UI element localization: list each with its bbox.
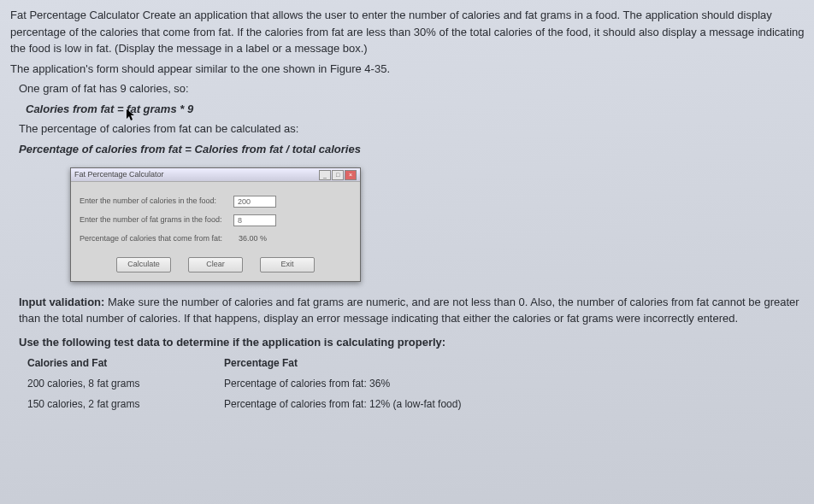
window-titlebar: Fat Percentage Calculator _ □ × bbox=[71, 168, 360, 182]
input-fat-grams[interactable]: 8 bbox=[233, 214, 276, 226]
close-icon[interactable]: × bbox=[345, 170, 357, 180]
input-calories[interactable]: 200 bbox=[233, 196, 276, 208]
output-percentage: 36.00 % bbox=[239, 233, 267, 245]
calculate-button[interactable]: Calculate bbox=[116, 257, 171, 273]
window-body: Enter the number of calories in the food… bbox=[71, 182, 360, 281]
minimize-icon[interactable]: _ bbox=[319, 170, 331, 180]
paragraph-validation: Input validation: Make sure the number o… bbox=[19, 294, 814, 327]
paragraph-figure-ref: The application's form should appear sim… bbox=[10, 61, 814, 78]
label-fat-grams: Enter the number of fat grams in the foo… bbox=[80, 214, 233, 226]
validation-text: Make sure the number of calories and fat… bbox=[19, 296, 799, 325]
maximize-icon[interactable]: □ bbox=[332, 170, 344, 180]
paragraph-percentage-info: The percentage of calories from fat can … bbox=[19, 120, 814, 138]
table-cell: Percentage of calories from fat: 36% bbox=[224, 376, 390, 391]
window-control-buttons: _ □ × bbox=[319, 170, 357, 180]
table-row: 150 calories, 2 fat grams Percentage of … bbox=[27, 396, 814, 412]
window-title: Fat Percentage Calculator bbox=[74, 169, 164, 181]
paragraph-fat-info: One gram of fat has 9 calories, so: bbox=[19, 80, 814, 97]
table-header-calories: Calories and Fat bbox=[27, 355, 224, 371]
table-cell: 200 calories, 8 fat grams bbox=[27, 376, 224, 391]
table-cell: Percentage of calories from fat: 12% (a … bbox=[224, 396, 461, 412]
paragraph-intro: Fat Percentage Calculator Create an appl… bbox=[10, 7, 814, 57]
formula-calories-from-fat: Calories from fat = fat grams * 9 bbox=[26, 101, 814, 118]
clear-button[interactable]: Clear bbox=[188, 257, 243, 273]
table-row: 200 calories, 8 fat grams Percentage of … bbox=[27, 376, 814, 391]
test-data-table: Calories and Fat Percentage Fat 200 calo… bbox=[27, 355, 814, 412]
test-data-intro: Use the following test data to determine… bbox=[19, 334, 814, 351]
label-calories: Enter the number of calories in the food… bbox=[80, 196, 233, 208]
table-header-percentage: Percentage Fat bbox=[224, 355, 298, 371]
label-percentage: Percentage of calories that come from fa… bbox=[80, 233, 233, 245]
exit-button[interactable]: Exit bbox=[260, 257, 315, 273]
mock-app-window: Fat Percentage Calculator _ □ × Enter th… bbox=[70, 167, 361, 282]
table-cell: 150 calories, 2 fat grams bbox=[27, 396, 224, 412]
formula-percentage: Percentage of calories from fat = Calori… bbox=[19, 141, 814, 158]
validation-label: Input validation: bbox=[19, 296, 104, 308]
